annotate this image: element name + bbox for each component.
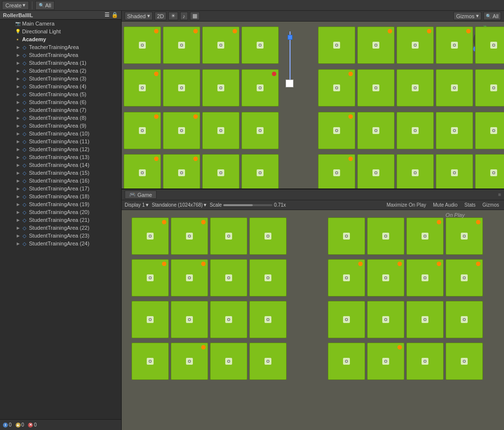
hierarchy-item[interactable]: ▪Academy bbox=[0, 35, 121, 43]
expand-arrow-icon[interactable]: ▶ bbox=[16, 115, 21, 120]
hierarchy-item-label: StudentTrainingArea (16) bbox=[29, 178, 89, 184]
hierarchy-item[interactable]: ▶◇StudentTrainingArea (4) bbox=[0, 82, 121, 90]
hierarchy-item-label: StudentTrainingArea (7) bbox=[29, 107, 86, 113]
expand-arrow-icon[interactable]: ▶ bbox=[16, 45, 21, 50]
expand-arrow-icon[interactable]: ▶ bbox=[16, 68, 21, 73]
expand-arrow-icon[interactable]: ▶ bbox=[16, 139, 21, 144]
maximize-on-play-button[interactable]: Maximize On Play bbox=[385, 202, 428, 208]
game-gizmos-button[interactable]: Gizmos bbox=[480, 202, 501, 208]
expand-arrow-icon[interactable]: ▶ bbox=[16, 210, 21, 215]
create-button[interactable]: Create ▾ bbox=[2, 1, 29, 10]
scene-training-tile bbox=[397, 112, 434, 149]
hierarchy-item[interactable]: ▶◇StudentTrainingArea (14) bbox=[0, 161, 121, 169]
hierarchy-item[interactable]: ▶◇StudentTrainingArea (7) bbox=[0, 106, 121, 114]
gameobject-icon: ◇ bbox=[22, 170, 27, 176]
expand-arrow-icon[interactable]: ▶ bbox=[16, 194, 21, 199]
expand-arrow-icon[interactable]: ▶ bbox=[16, 155, 21, 160]
scene-all-filter[interactable]: 🔍 All bbox=[483, 12, 501, 20]
game-canvas[interactable]: On Play bbox=[122, 210, 504, 430]
scene-training-tile bbox=[397, 27, 434, 64]
expand-arrow-icon[interactable]: ▶ bbox=[16, 225, 21, 230]
tile-center-icon bbox=[461, 316, 468, 323]
hierarchy-footer: i 0 ▲ 0 ✕ 0 bbox=[0, 419, 121, 430]
audio-toggle[interactable]: ♪ bbox=[180, 12, 188, 20]
scene-training-tile bbox=[357, 154, 395, 188]
tile-center-icon bbox=[451, 127, 458, 134]
expand-arrow-icon[interactable]: ▶ bbox=[16, 170, 21, 175]
all-filter-button[interactable]: 🔍 All bbox=[35, 1, 54, 10]
display-selector[interactable]: Display 1 ▾ bbox=[125, 202, 149, 208]
hierarchy-item[interactable]: 📷Main Camera bbox=[0, 20, 121, 27]
hierarchy-item[interactable]: ▶◇TeacherTrainingArea bbox=[0, 43, 121, 51]
hierarchy-item[interactable]: ▶◇StudentTrainingArea (19) bbox=[0, 200, 121, 208]
warn-indicator[interactable]: ▲ 0 bbox=[16, 422, 25, 428]
blue-handle-cube bbox=[288, 35, 292, 40]
shaded-dropdown[interactable]: Shaded ▾ bbox=[125, 12, 153, 20]
hierarchy-item[interactable]: ▶◇StudentTrainingArea (8) bbox=[0, 114, 121, 122]
expand-arrow-icon[interactable]: ▶ bbox=[16, 100, 21, 105]
gameobject-icon: ◇ bbox=[22, 225, 27, 231]
hierarchy-item[interactable]: ▶◇StudentTrainingArea (23) bbox=[0, 232, 121, 240]
hierarchy-item[interactable]: ▶◇StudentTrainingArea (1) bbox=[0, 59, 121, 67]
lighting-toggle[interactable]: ☀ bbox=[168, 12, 178, 20]
expand-arrow-icon[interactable]: ▶ bbox=[16, 162, 21, 167]
hierarchy-item[interactable]: ▶◇StudentTrainingArea bbox=[0, 51, 121, 59]
hierarchy-item[interactable]: ▶◇StudentTrainingArea (17) bbox=[0, 185, 121, 192]
2d-toggle[interactable]: 2D bbox=[155, 12, 166, 20]
expand-arrow-icon[interactable]: ▶ bbox=[16, 92, 21, 97]
scale-slider[interactable] bbox=[223, 204, 272, 206]
game-tab[interactable]: 🎮 Game bbox=[125, 190, 157, 199]
expand-arrow-icon[interactable]: ▶ bbox=[16, 241, 21, 246]
hierarchy-item[interactable]: ▶◇StudentTrainingArea (5) bbox=[0, 90, 121, 98]
hierarchy-item[interactable]: ▶◇StudentTrainingArea (18) bbox=[0, 192, 121, 200]
expand-arrow-icon[interactable]: ▶ bbox=[16, 178, 21, 183]
fx-toggle[interactable]: ▦ bbox=[190, 12, 200, 20]
hierarchy-item[interactable]: ▶◇StudentTrainingArea (13) bbox=[0, 153, 121, 161]
expand-arrow-icon[interactable]: ▶ bbox=[16, 123, 21, 128]
hierarchy-item[interactable]: ▶◇StudentTrainingArea (20) bbox=[0, 208, 121, 216]
mute-audio-button[interactable]: Mute Audio bbox=[431, 202, 459, 208]
expand-arrow-icon[interactable]: ▶ bbox=[16, 84, 21, 89]
hierarchy-item[interactable]: ▶◇StudentTrainingArea (10) bbox=[0, 130, 121, 137]
expand-arrow-icon[interactable]: ▶ bbox=[16, 186, 21, 191]
hierarchy-item[interactable]: ▶◇StudentTrainingArea (11) bbox=[0, 137, 121, 145]
hierarchy-item[interactable]: ▶◇StudentTrainingArea (15) bbox=[0, 169, 121, 177]
expand-arrow-icon[interactable]: ▶ bbox=[16, 60, 21, 65]
hierarchy-item[interactable]: ▶◇StudentTrainingArea (21) bbox=[0, 216, 121, 224]
hierarchy-item[interactable]: ▶◇StudentTrainingArea (6) bbox=[0, 98, 121, 106]
expand-arrow-icon[interactable]: ▶ bbox=[16, 76, 21, 81]
hierarchy-item[interactable]: ▶◇StudentTrainingArea (12) bbox=[0, 145, 121, 153]
resolution-selector[interactable]: Standalone (1024x768) ▾ bbox=[152, 202, 207, 208]
expand-arrow-icon[interactable]: ▶ bbox=[16, 108, 21, 112]
hierarchy-item[interactable]: ▶◇StudentTrainingArea (3) bbox=[0, 75, 121, 82]
expand-arrow-icon[interactable]: ▶ bbox=[16, 147, 21, 152]
shaded-label: Shaded bbox=[127, 13, 146, 19]
hierarchy-item[interactable]: ▶◇StudentTrainingArea (16) bbox=[0, 177, 121, 185]
hierarchy-item[interactable]: ▶◇StudentTrainingArea (2) bbox=[0, 67, 121, 75]
expand-arrow-icon[interactable]: ▶ bbox=[16, 131, 21, 136]
panel-lock-icon[interactable]: 🔒 bbox=[111, 12, 118, 18]
create-label: Create bbox=[5, 2, 22, 8]
expand-arrow-icon[interactable]: ▶ bbox=[16, 217, 21, 222]
scene-training-tile bbox=[357, 27, 395, 64]
tile-center-icon bbox=[225, 316, 232, 323]
stats-button[interactable]: Stats bbox=[462, 202, 477, 208]
error-indicator[interactable]: ✕ 0 bbox=[28, 422, 37, 428]
hierarchy-item[interactable]: 💡Directional Light bbox=[0, 27, 121, 35]
hierarchy-item[interactable]: ▶◇StudentTrainingArea (22) bbox=[0, 224, 121, 232]
scene-canvas[interactable]: X Y Z < P... bbox=[122, 22, 504, 188]
scale-control[interactable]: Scale 0.71x bbox=[210, 202, 286, 208]
hierarchy-item-label: StudentTrainingArea (2) bbox=[29, 68, 86, 74]
scene-training-tile bbox=[249, 217, 287, 255]
hierarchy-item[interactable]: ▶◇StudentTrainingArea (24) bbox=[0, 240, 121, 247]
panel-menu-icon[interactable]: ☰ bbox=[105, 12, 109, 18]
gizmos-button[interactable]: Gizmos ▾ bbox=[453, 12, 481, 20]
hierarchy-item[interactable]: ▶◇StudentTrainingArea (9) bbox=[0, 122, 121, 130]
expand-arrow-icon[interactable]: ▶ bbox=[16, 202, 21, 207]
tile-center-icon bbox=[139, 84, 146, 91]
scene-training-tile bbox=[318, 154, 355, 188]
info-indicator[interactable]: i 0 bbox=[3, 422, 12, 428]
expand-arrow-icon[interactable]: ▶ bbox=[16, 233, 21, 238]
expand-arrow-icon[interactable]: ▶ bbox=[16, 53, 21, 57]
hierarchy-item-label: StudentTrainingArea (17) bbox=[29, 186, 89, 191]
